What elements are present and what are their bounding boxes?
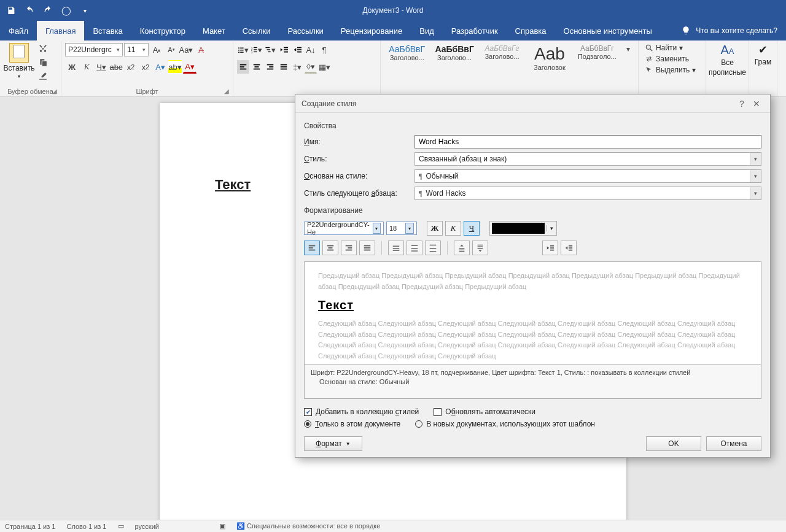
status-words[interactable]: Слово 1 из 1 xyxy=(66,523,106,530)
tab-insert[interactable]: Вставка xyxy=(84,21,131,40)
underline-button[interactable]: Ч▾ xyxy=(95,60,108,74)
borders-icon[interactable]: ▦▾ xyxy=(318,60,330,74)
style-title[interactable]: AabЗаголовок xyxy=(527,43,572,72)
style-heading3[interactable]: АаБбВвГгЗаголово... xyxy=(480,43,524,61)
shading-icon[interactable]: ◊▾ xyxy=(305,60,317,74)
dialog-close-icon[interactable]: ✕ xyxy=(749,99,764,109)
sort-icon[interactable]: A↓ xyxy=(305,43,317,56)
fmt-bold-button[interactable]: Ж xyxy=(427,221,443,236)
tab-design[interactable]: Конструктор xyxy=(131,21,194,40)
fmt-italic-button[interactable]: К xyxy=(445,221,461,236)
fmt-align-center-icon[interactable] xyxy=(322,241,338,255)
fmt-space-after-icon[interactable] xyxy=(472,241,488,255)
status-page[interactable]: Страница 1 из 1 xyxy=(5,523,55,530)
style-name-input[interactable] xyxy=(414,135,761,148)
copy-icon[interactable] xyxy=(37,56,49,69)
paste-button[interactable]: Вставить ▾ xyxy=(4,43,34,79)
justify-icon[interactable] xyxy=(278,60,290,74)
fmt-align-right-icon[interactable] xyxy=(341,241,357,255)
change-case-icon[interactable]: Aa▾ xyxy=(179,43,193,56)
fmt-spacing-15-icon[interactable] xyxy=(407,241,422,255)
shrink-font-icon[interactable]: A▾ xyxy=(165,43,178,56)
text-effects-icon[interactable]: A▾ xyxy=(154,60,167,74)
replace-button[interactable]: Заменить xyxy=(642,54,698,64)
tab-review[interactable]: Рецензирование xyxy=(332,21,411,40)
font-launcher-icon[interactable]: ◢ xyxy=(224,88,229,94)
subscript-icon[interactable]: x2 xyxy=(124,60,138,74)
highlight-icon[interactable]: ab▾ xyxy=(168,60,182,74)
clipboard-launcher-icon[interactable]: ◢ xyxy=(52,88,57,94)
clear-format-icon[interactable]: A̶ xyxy=(194,43,208,56)
tab-layout[interactable]: Макет xyxy=(194,21,234,40)
status-lang[interactable]: русский xyxy=(135,523,159,530)
cut-icon[interactable] xyxy=(37,43,49,55)
style-type-select[interactable]: Связанный (абзац и знак)▾ xyxy=(414,152,761,166)
find-button[interactable]: Найти ▾ xyxy=(642,43,698,53)
rad-template[interactable]: В новых документах, использующих этот ша… xyxy=(415,420,595,428)
save-icon[interactable] xyxy=(2,2,20,19)
fmt-spacing-2-icon[interactable] xyxy=(425,241,441,255)
italic-button[interactable]: К xyxy=(80,60,93,74)
bold-button[interactable]: Ж xyxy=(65,60,79,74)
fmt-spacing-1-icon[interactable] xyxy=(388,241,404,255)
tab-developer[interactable]: Разработчик xyxy=(443,21,507,40)
tab-references[interactable]: Ссылки xyxy=(234,21,279,40)
line-spacing-icon[interactable]: ‡▾ xyxy=(291,60,303,74)
format-button[interactable]: Формат▼ xyxy=(304,436,362,451)
dialog-help-icon[interactable]: ? xyxy=(734,99,749,109)
status-macro-icon[interactable]: ▣ xyxy=(219,522,225,530)
tell-me-search[interactable]: Что вы хотите сделать? xyxy=(672,21,786,40)
rad-this-doc[interactable]: Только в этом документе xyxy=(304,420,400,428)
fmt-space-before-icon[interactable] xyxy=(454,241,470,255)
pilcrow-icon[interactable]: ¶ xyxy=(318,43,330,56)
multilevel-icon[interactable]: ▾ xyxy=(264,43,276,56)
touch-mode-icon[interactable]: ◯ xyxy=(58,2,75,19)
qat-customize-icon[interactable]: ▾ xyxy=(76,2,93,19)
based-on-select[interactable]: ¶Обычный▾ xyxy=(414,169,761,183)
tab-help[interactable]: Справка xyxy=(507,21,555,40)
redo-icon[interactable] xyxy=(39,2,56,19)
style-heading2[interactable]: АаБбВвГЗаголово... xyxy=(432,43,477,63)
chk-add-gallery[interactable]: ✔Добавить в коллекцию стилей xyxy=(304,407,419,416)
fmt-align-left-icon[interactable] xyxy=(304,241,320,255)
superscript-icon[interactable]: x2 xyxy=(139,60,152,74)
style-subtitle[interactable]: АаБбВвГгПодзаголо... xyxy=(575,43,620,61)
fmt-font-combo[interactable]: P22UndergroundCY-He▾ xyxy=(304,222,384,235)
all-caps-button[interactable]: AA Все прописные xyxy=(709,43,746,77)
status-a11y[interactable]: ♿ Специальные возможности: все в порядке xyxy=(236,522,380,530)
align-left-icon[interactable] xyxy=(237,60,249,74)
fmt-underline-button[interactable]: Ч xyxy=(464,221,480,236)
style-heading1[interactable]: АаБбВвГЗаголово... xyxy=(384,43,429,63)
grow-font-icon[interactable]: A▴ xyxy=(150,43,163,56)
format-painter-icon[interactable] xyxy=(37,70,49,82)
next-style-select[interactable]: ¶Word Hacks▾ xyxy=(414,187,761,200)
align-right-icon[interactable] xyxy=(264,60,276,74)
font-color-icon[interactable]: A▾ xyxy=(183,60,196,74)
fmt-indent-dec-icon[interactable] xyxy=(542,241,558,255)
status-spellcheck-icon[interactable]: ▭ xyxy=(118,522,124,530)
grammar-button[interactable]: ✔ Грам xyxy=(753,43,773,66)
fmt-size-combo[interactable]: 18▾ xyxy=(386,222,417,235)
bullets-icon[interactable]: ▾ xyxy=(237,43,249,56)
undo-icon[interactable] xyxy=(21,2,38,19)
chk-auto-update[interactable]: Обновлять автоматически xyxy=(434,407,535,416)
font-name-combo[interactable]: P22Undergrc▾ xyxy=(65,43,123,56)
fmt-color-button[interactable]: ▾ xyxy=(489,221,557,236)
align-center-icon[interactable] xyxy=(251,60,263,74)
numbering-icon[interactable]: 123▾ xyxy=(251,43,263,56)
font-size-combo[interactable]: 11▾ xyxy=(124,43,149,56)
tab-main-tools[interactable]: Основные инструменты xyxy=(555,21,661,40)
tab-view[interactable]: Вид xyxy=(411,21,443,40)
ok-button[interactable]: OK xyxy=(646,436,701,451)
tab-mailings[interactable]: Рассылки xyxy=(279,21,332,40)
tab-home[interactable]: Главная xyxy=(37,21,84,40)
increase-indent-icon[interactable] xyxy=(291,43,303,56)
fmt-justify-icon[interactable] xyxy=(359,241,375,255)
tab-file[interactable]: Файл xyxy=(0,21,37,40)
select-button[interactable]: Выделить ▾ xyxy=(642,65,698,75)
cancel-button[interactable]: Отмена xyxy=(706,436,761,451)
decrease-indent-icon[interactable] xyxy=(278,43,290,56)
styles-more-icon[interactable]: ▾ xyxy=(622,43,634,55)
strike-button[interactable]: abc xyxy=(109,60,123,74)
fmt-indent-inc-icon[interactable] xyxy=(561,241,577,255)
